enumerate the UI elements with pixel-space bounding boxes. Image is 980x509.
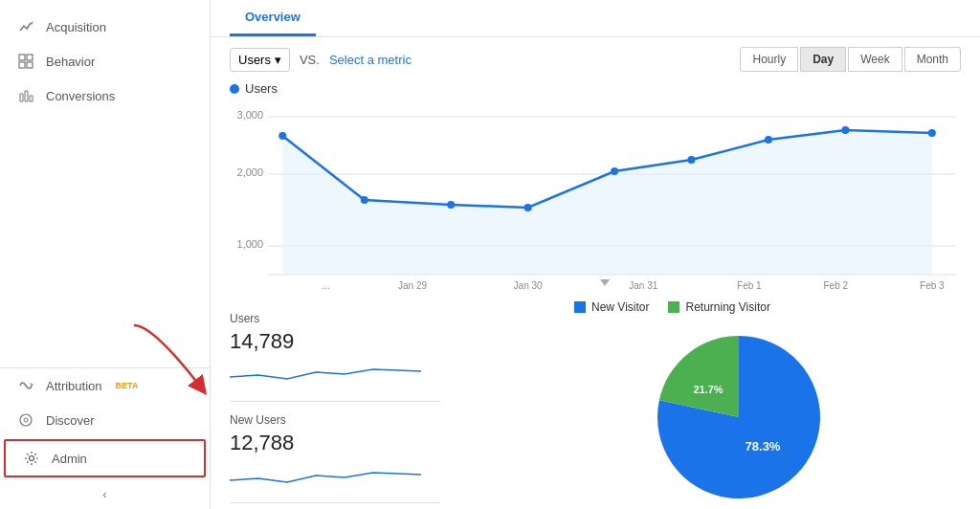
stat-label-users: Users [230,312,440,325]
svg-text:Jan 29: Jan 29 [398,280,428,291]
chart-svg: 3,000 2,000 1,000 ... Jan 29 Jan 30 Jan … [230,100,961,291]
legend-box-new-visitor [574,301,586,313]
discover-icon [17,412,34,428]
acquisition-icon [17,19,34,34]
legend-returning-visitor: Returning Visitor [668,300,770,314]
stat-value-users: 14,789 [230,329,440,354]
stat-card-new-users: New Users 12,788 [230,402,440,503]
pie-container: 78.3% 21.7% [643,321,835,509]
sidebar-item-discover[interactable]: Discover [0,403,210,437]
svg-text:Feb 3: Feb 3 [920,280,945,291]
svg-text:Feb 1: Feb 1 [737,280,762,291]
time-btn-month[interactable]: Month [904,47,961,72]
stats-panel: Users 14,789 New Users 12,788 Sessions [230,300,440,499]
svg-text:21.7%: 21.7% [693,384,723,395]
svg-text:2,000: 2,000 [237,166,264,178]
sidebar-item-label: Behavior [46,55,95,69]
svg-point-26 [361,196,368,204]
svg-rect-3 [19,62,25,68]
attribution-icon [17,378,34,393]
sidebar-item-behavior[interactable]: Behavior [0,44,210,78]
sidebar-item-attribution[interactable]: Attribution BETA [0,368,210,403]
time-btn-week[interactable]: Week [848,47,902,72]
svg-text:...: ... [322,280,329,291]
legend-label: Users [245,81,278,96]
svg-marker-24 [282,130,932,275]
svg-text:78.3%: 78.3% [746,439,781,454]
sidebar-item-label: Acquisition [46,20,106,34]
spacer [459,300,498,499]
main-content: Overview Users ▾ VS. Select a metric Hou… [211,0,980,509]
pie-svg: 78.3% 21.7% [643,321,835,509]
conversions-icon [17,88,34,103]
stat-card-sessions: Sessions [230,503,440,509]
sidebar-bottom: Attribution BETA Discover Admin ‹ [0,367,210,509]
time-btn-day[interactable]: Day [800,47,846,72]
chart-container: 3,000 2,000 1,000 ... Jan 29 Jan 30 Jan … [230,100,961,291]
svg-point-28 [524,204,532,211]
legend-new-visitor: New Visitor [574,300,649,314]
behavior-icon [17,54,34,69]
select-metric-link[interactable]: Select a metric [329,53,412,67]
time-btn-hourly[interactable]: Hourly [740,47,798,72]
sparkline-new-users [230,459,421,488]
svg-point-27 [447,201,455,209]
sidebar-item-label: Attribution [46,379,102,393]
chart-area: Users 3,000 2,000 1,000 ... Jan 29 Jan 3… [211,81,980,291]
toolbar-left: Users ▾ VS. Select a metric [230,48,412,72]
svg-point-6 [20,414,32,426]
svg-text:Jan 30: Jan 30 [514,280,544,291]
svg-rect-4 [27,62,33,68]
svg-point-7 [24,418,28,422]
dropdown-arrow-icon: ▾ [275,53,281,67]
sidebar-item-label: Admin [52,452,87,466]
collapse-icon: ‹ [102,487,106,501]
legend-dot [230,84,239,94]
svg-rect-2 [27,55,33,60]
time-buttons: Hourly Day Week Month [740,47,961,72]
toolbar: Users ▾ VS. Select a metric Hourly Day W… [211,37,980,81]
svg-point-29 [611,167,618,175]
chart-legend: Users [230,81,961,96]
svg-point-30 [688,156,696,164]
svg-marker-34 [600,279,610,286]
tabs-bar: Overview [211,0,980,37]
svg-marker-5 [30,383,33,386]
metric-label: Users [238,53,271,67]
pie-legend: New Visitor Returning Visitor [574,300,770,314]
vs-label: VS. [300,53,320,67]
sparkline-users [230,358,421,387]
pie-panel: New Visitor Returning Visitor [517,300,961,499]
svg-point-32 [841,126,849,134]
sidebar-item-admin[interactable]: Admin [4,439,206,477]
svg-text:Jan 31: Jan 31 [629,280,658,291]
svg-marker-0 [31,21,33,25]
stat-value-new-users: 12,788 [230,431,440,455]
sidebar-item-conversions[interactable]: Conversions [0,78,210,113]
sidebar-item-label: Discover [46,413,95,428]
sidebar-item-acquisition[interactable]: Acquisition [0,10,210,44]
svg-text:1,000: 1,000 [237,238,264,250]
svg-point-8 [30,456,34,461]
svg-point-33 [928,129,936,137]
svg-text:3,000: 3,000 [237,109,264,121]
bottom-section: Users 14,789 New Users 12,788 Sessions [211,291,980,509]
gear-icon [23,451,40,466]
beta-badge: BETA [116,381,139,390]
stat-label-new-users: New Users [230,413,440,427]
svg-point-25 [278,132,286,140]
legend-box-returning-visitor [668,301,679,313]
svg-rect-1 [19,55,25,60]
sidebar: Acquisition Behavior Conversions Attribu… [0,0,211,509]
stat-card-users: Users 14,789 [230,300,440,402]
legend-label-new-visitor: New Visitor [591,300,649,314]
legend-label-returning-visitor: Returning Visitor [685,300,770,314]
svg-point-31 [765,136,772,144]
collapse-button[interactable]: ‹ [0,479,210,509]
metric-dropdown[interactable]: Users ▾ [230,48,290,72]
svg-text:Feb 2: Feb 2 [823,280,848,291]
sidebar-item-label: Conversions [46,89,115,103]
tab-overview[interactable]: Overview [230,0,316,36]
